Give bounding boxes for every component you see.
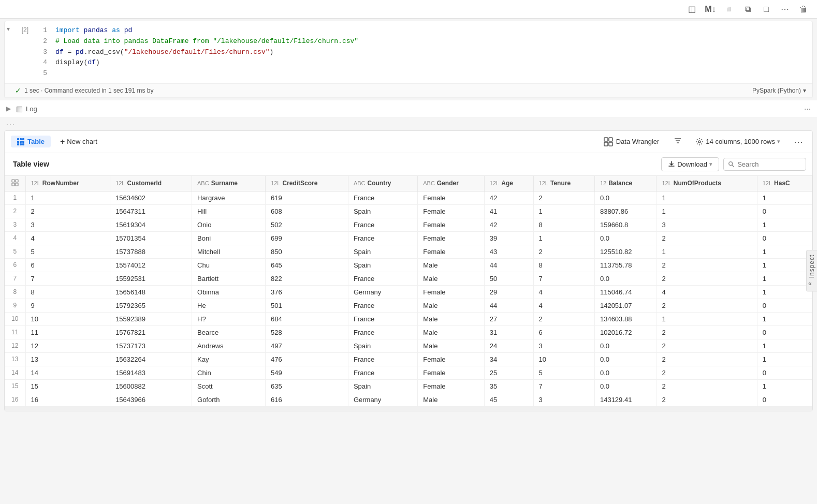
panel-double-chevron-icon: « [808,280,812,287]
table-cell: 2 [656,231,757,245]
table-row: 3315619304Onio502FranceFemale428159660.8… [5,218,812,231]
line-num-1: 1 [37,25,47,36]
table-header: 12LRowNumber 12LCustomerId ABCSurname 12… [5,176,812,191]
table-cell: 15647311 [110,204,192,218]
row-index: 10 [5,312,25,325]
table-cell: 2 [533,191,594,204]
table-cell: 16 [25,393,110,406]
table-cell: 15600882 [110,379,192,393]
markdown-icon[interactable]: M↓ [703,2,718,17]
table-cell: 6 [25,258,110,272]
table-cell: 684 [266,312,348,325]
table-cell: France [348,299,417,312]
table-cell: 15592531 [110,272,192,285]
cell-header: ▾ [2] 1 import pandas as pd 2 # Load dat… [5,21,812,83]
svg-rect-2 [604,142,608,146]
collapse-chevron[interactable]: ▾ [5,23,12,35]
exec-right[interactable]: PySpark (Python) ▾ [752,87,806,94]
table-cell: 502 [266,218,348,231]
log-label: Log [26,105,37,113]
table-cell: 102016.72 [594,325,656,339]
table-row: 101015592389H?684FranceMale272134603.881… [5,312,812,325]
table-cell: 850 [266,245,348,258]
col-info-label: 14 columns, 1000 rows [706,138,775,145]
table-cell: 2 [656,325,757,339]
layout-icon[interactable]: ◫ [684,2,699,17]
table-cell: Male [418,339,485,352]
delete-icon[interactable]: 🗑 [796,2,811,17]
col-info-button[interactable]: 14 columns, 1000 rows ▾ [691,136,784,148]
row-index: 3 [5,218,25,231]
table-cell: Female [418,218,485,231]
table-cell: 15691483 [110,366,192,379]
table-cell: 15767821 [110,325,192,339]
row-index: 14 [5,366,25,379]
table-cell: 2 [656,339,757,352]
col-header-index [5,176,25,191]
table-cell: Kay [192,352,266,366]
line-num-4: 4 [37,57,47,68]
table-cell: 44 [484,258,533,272]
tab-more-button[interactable]: ⋯ [791,134,806,150]
table-cell: 113755.78 [594,258,656,272]
table-row: 5515737888Mitchell850SpainFemale43212551… [5,245,812,258]
search-box[interactable] [723,158,806,171]
table-cell: Male [418,312,485,325]
table-cell: 0.0 [594,272,656,285]
table-cell: 1 [757,339,812,352]
log-more-icon[interactable]: ⋯ [804,105,811,113]
table-cell: 2 [656,393,757,406]
table-cell: Spain [348,379,417,393]
tab-right-actions: Data Wrangler 14 columns, 1000 rows [599,134,806,150]
tab-bar: Table + New chart Data Wrangler [5,131,812,153]
table-cell: 699 [266,231,348,245]
data-wrangler-button[interactable]: Data Wrangler [599,135,665,149]
log-collapse-icon[interactable]: ▶ [4,103,13,114]
table-cell: 29 [484,285,533,299]
table-cell: Mitchell [192,245,266,258]
log-grid-icon: ▦ [16,105,23,113]
log-left[interactable]: ▶ ▦ Log [4,103,37,114]
filter-button[interactable] [670,135,685,149]
row-index: 9 [5,299,25,312]
table-cell: 159660.8 [594,218,656,231]
table-cell: Bartlett [192,272,266,285]
exec-time-text: 1 sec · Command executed in 1 sec 191 ms… [24,87,153,94]
table-cell: 41 [484,204,533,218]
data-table-wrapper[interactable]: 12LRowNumber 12LCustomerId ABCSurname 12… [5,175,812,407]
tab-table[interactable]: Table [11,136,51,147]
table-cell: 1 [757,312,812,325]
horizontal-scrollbar[interactable] [5,407,812,411]
table-cell: 0.0 [594,366,656,379]
col-header-gender: ABCGender [418,176,485,191]
svg-line-9 [732,166,734,167]
table-cell: 4 [656,285,757,299]
code-line-2: 2 # Load data into pandas DataFrame from… [33,36,812,47]
col-header-hasc: 12LHasC [757,176,812,191]
copy-icon[interactable]: ⧉ [740,2,755,17]
new-chart-button[interactable]: + New chart [55,135,103,149]
table-cell: 2 [656,299,757,312]
download-button[interactable]: Download ▾ [661,157,719,171]
more-icon[interactable]: ⋯ [778,2,792,17]
inspect-panel-toggle[interactable]: Inspect « [806,250,817,292]
table-cell: 31 [484,325,533,339]
chat-icon[interactable]: □ [759,2,774,17]
row-index: 1 [5,191,25,204]
col-header-numofproducts: 12LNumOfProducts [656,176,757,191]
table-cell: 2 [656,379,757,393]
table-cell: 45 [484,393,533,406]
table-cell: 15737888 [110,245,192,258]
row-index: 2 [5,204,25,218]
table-cell: 15 [25,379,110,393]
table-row: 4415701354Boni699FranceFemale3910.020 [5,231,812,245]
settings-icon [695,138,704,146]
table-cell: 476 [266,352,348,366]
table-row: 131315632264Kay476FranceFemale34100.021 [5,352,812,366]
code-area[interactable]: 1 import pandas as pd 2 # Load data into… [33,23,812,81]
search-input[interactable] [737,160,801,168]
table-cell: 143129.41 [594,393,656,406]
table-cell: 1 [656,312,757,325]
display-icon[interactable]: ◽ [722,2,736,17]
table-cell: Germany [348,285,417,299]
